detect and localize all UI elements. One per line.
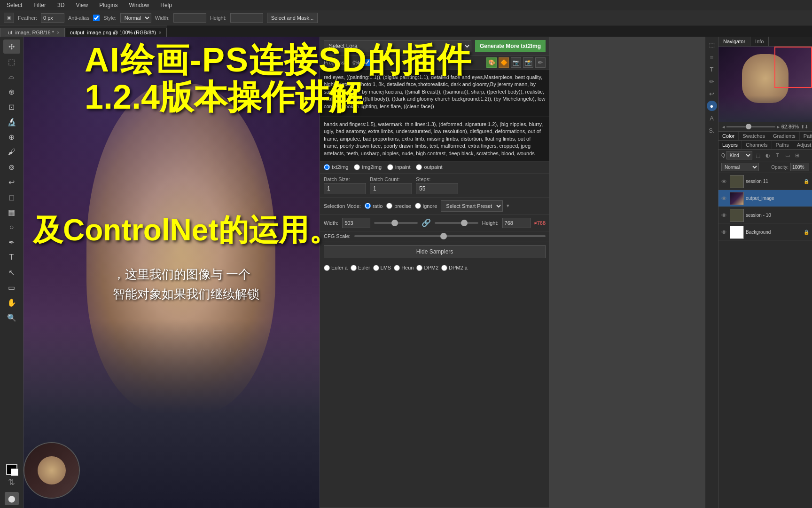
anti-alias-checkbox[interactable] [93, 15, 100, 21]
positive-prompt-area[interactable]: red eyes, ((painting:1.1)), (digital pai… [320, 70, 549, 117]
dim-height-input[interactable] [502, 218, 531, 228]
zoom-out-icon[interactable]: ◂ [722, 124, 725, 129]
zoom-in-icon[interactable]: ▸ [777, 124, 780, 129]
layer-item-background[interactable]: 👁 Background 🔒 [718, 224, 812, 241]
layer-filter-smart[interactable]: ⊞ [793, 151, 802, 159]
cfg-slider[interactable] [354, 235, 546, 237]
crop-tool[interactable]: ⊡ [3, 100, 20, 114]
tab-ut-image[interactable]: _ut_image, RGB/16 * × [0, 28, 65, 37]
smart-preset-select[interactable]: Select Smart Preset [441, 200, 503, 212]
right-edge-icon-4[interactable]: ✏ [707, 76, 717, 87]
menu-item-view[interactable]: View [74, 1, 90, 9]
precise-option[interactable]: precise [386, 203, 411, 209]
type-tool[interactable]: T [3, 250, 20, 264]
tab-output-image[interactable]: output_image.png @ 100% (RGB/8#) × [65, 28, 167, 37]
history-brush[interactable]: ↩ [3, 175, 20, 189]
right-edge-icon-3[interactable]: T [707, 64, 717, 74]
color-tab[interactable]: Color [718, 132, 739, 140]
edit-icon-btn[interactable]: ✏ [535, 57, 546, 68]
euler-a-radio[interactable] [324, 265, 330, 271]
dpm2a-option[interactable]: DPM2 a [441, 265, 468, 271]
layers-tab[interactable]: Layers [718, 141, 742, 149]
stamp-tool[interactable]: ⊚ [3, 160, 20, 174]
foreground-color[interactable] [6, 464, 17, 475]
pen-tool[interactable]: ✒ [3, 235, 20, 249]
right-edge-icon-5[interactable]: ↩ [707, 88, 717, 99]
menu-item-help[interactable]: Help [158, 1, 174, 9]
layer-eye-icon-2[interactable]: 👁 [721, 195, 728, 202]
tab-close-2[interactable]: × [159, 30, 162, 35]
layer-filter-adjust[interactable]: ◐ [764, 151, 772, 159]
swatches-tab[interactable]: Swatches [739, 132, 769, 140]
negative-prompt-area[interactable]: hands and fingers:1.5), watermark, thin … [320, 117, 549, 161]
eraser-tool[interactable]: ◻ [3, 190, 20, 204]
opacity-input[interactable] [790, 163, 809, 171]
gradient-tool[interactable]: ▦ [3, 205, 20, 219]
batch-count-input[interactable] [370, 183, 412, 194]
right-edge-icon-8[interactable]: S. [707, 125, 717, 135]
lasso-tool[interactable]: ⌓ [3, 70, 20, 84]
layer-eye-icon-3[interactable]: 👁 [721, 212, 728, 219]
height-slider[interactable] [435, 222, 478, 224]
height-input[interactable] [230, 13, 263, 23]
ratio-radio[interactable] [365, 203, 371, 209]
navigator-tab[interactable]: Navigator [718, 37, 750, 46]
right-edge-icon-2[interactable]: ≡ [707, 52, 717, 62]
steps-input[interactable] [416, 183, 458, 194]
camera-icon-btn[interactable]: 📷 [511, 57, 521, 68]
layer-item-session11[interactable]: 👁 session 11 🔒 [718, 173, 812, 190]
right-edge-icon-7[interactable]: A [707, 113, 717, 123]
hand-tool[interactable]: ✋ [3, 295, 20, 310]
select-and-mask-button[interactable]: Select and Mask... [267, 13, 318, 23]
right-edge-icon-layers[interactable]: ● [707, 101, 717, 111]
euler-option[interactable]: Euler [351, 265, 370, 271]
width-input[interactable] [173, 13, 206, 23]
batch-size-input[interactable] [324, 183, 366, 194]
magic-wand-tool[interactable]: ⊛ [3, 85, 20, 99]
layer-item-session10[interactable]: 👁 session - 10 [718, 207, 812, 224]
eyedropper-tool[interactable]: 🔬 [3, 115, 20, 129]
heun-radio[interactable] [394, 265, 400, 271]
layer-filter-pixel[interactable]: ⬚ [754, 151, 762, 159]
euler-radio[interactable] [351, 265, 357, 271]
menu-item-filter[interactable]: Filter [31, 1, 48, 9]
dim-width-input[interactable] [342, 218, 370, 228]
right-edge-icon-1[interactable]: ⬚ [707, 40, 717, 50]
layer-eye-icon-1[interactable]: 👁 [721, 178, 728, 185]
menu-item-select[interactable]: Select [5, 1, 24, 9]
kind-select[interactable]: Kind [726, 151, 752, 159]
color-icon-btn[interactable]: 🎨 [486, 57, 497, 68]
lora-select[interactable]: Select Lora [324, 40, 471, 52]
info-tab[interactable]: Info [750, 37, 769, 46]
dpm2-option[interactable]: DPM2 [416, 265, 438, 271]
ignore-radio[interactable] [415, 203, 421, 209]
layer-item-output[interactable]: 👁 output_image [718, 190, 812, 207]
patterns-tab[interactable]: Patterns [800, 132, 812, 140]
layer-filter-shape[interactable]: ▭ [783, 151, 792, 159]
photo-icon-btn[interactable]: 📸 [523, 57, 533, 68]
hide-samplers-button[interactable]: Hide Samplers [324, 245, 546, 258]
width-slider[interactable] [374, 222, 418, 224]
marquee-tool[interactable]: ⬚ [3, 55, 20, 69]
style-select[interactable]: Normal [120, 13, 151, 23]
swap-colors-icon[interactable]: ⇅ [8, 477, 15, 487]
move-tool[interactable]: ✣ [3, 40, 20, 54]
outpaint-radio[interactable] [416, 164, 422, 170]
menu-item-plugins[interactable]: Plugins [97, 1, 119, 9]
preset-dropdown-icon[interactable]: ▾ [507, 203, 509, 209]
euler-a-option[interactable]: Euler a [324, 265, 348, 271]
lms-radio[interactable] [373, 265, 379, 271]
quick-mask-icon[interactable]: ⬤ [5, 492, 19, 505]
orange-icon-btn[interactable]: 🔶 [499, 57, 509, 68]
inpaint-option[interactable]: inpaint [387, 164, 410, 170]
heun-option[interactable]: Heun [394, 265, 414, 271]
progress-checkbox[interactable] [364, 59, 370, 66]
img2img-option[interactable]: img2img [354, 164, 382, 170]
zoom-arrows-icon[interactable]: ⬆⬇ [801, 124, 808, 129]
healing-tool[interactable]: ⊕ [3, 130, 20, 144]
menu-item-3d[interactable]: 3D [55, 1, 66, 9]
brush-tool[interactable]: 🖌 [3, 145, 20, 159]
feather-input[interactable] [41, 13, 64, 23]
zoom-tool[interactable]: 🔍 [3, 310, 20, 325]
ignore-option[interactable]: ignore [415, 203, 437, 209]
